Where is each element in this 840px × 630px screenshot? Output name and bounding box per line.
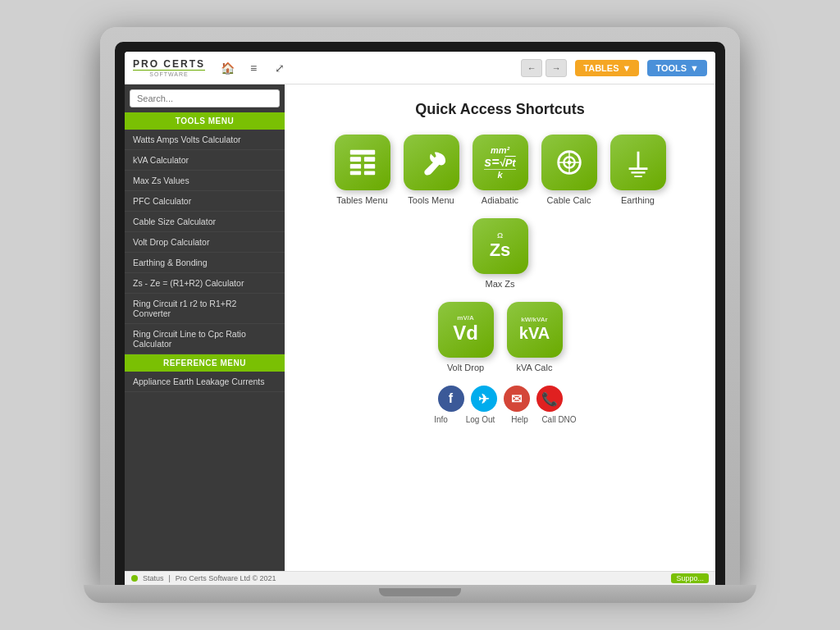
call-dno-label: Call DNO [540,415,579,424]
search-container [125,84,285,112]
status-bar: Status | Pro Certs Software Ltd © 2021 S… [125,571,715,585]
nav-forward-button[interactable]: → [546,59,567,77]
menu-icon[interactable]: ≡ [244,59,262,77]
svg-rect-6 [363,171,374,175]
help-button[interactable]: ✉ [504,386,530,412]
sidebar-item-cable-size[interactable]: Cable Size Calculator [125,212,285,232]
kva-calc-icon: kW/kVAr kVA [507,302,563,358]
sidebar-item-pfc[interactable]: PFC Calculator [125,191,285,212]
earthing-label: Earthing [621,195,655,205]
sidebar-item-watts-amps[interactable]: Watts Amps Volts Calculator [125,130,285,150]
adiabatic-formula: mm² s=√Pt k [484,145,515,180]
sidebar-item-ring-line[interactable]: Ring Circuit Line to Cpc Ratio Calculato… [125,324,285,354]
shortcut-tools-menu[interactable]: Tools Menu [404,135,459,205]
main-content: Quick Access Shortcuts [285,84,715,571]
svg-rect-4 [363,164,374,169]
max-zs-label: Max Zs [485,279,514,289]
logo-line [133,70,205,71]
help-label: Help [500,415,540,424]
app-body: TOOLS MENU Watts Amps Volts Calculator k… [125,84,715,571]
tools-menu-header: TOOLS MENU [125,112,285,130]
table-svg-icon [347,147,378,178]
cable-calc-icon [541,135,597,190]
volt-drop-text: mV/A Vd [453,315,478,344]
volt-drop-icon: mV/A Vd [438,302,494,358]
info-label: Info [422,415,461,424]
shortcut-kva-calc[interactable]: kW/kVAr kVA kVA Calc [507,302,563,372]
logout-label: Log Out [461,415,500,424]
kva-calc-label: kVA Calc [517,363,553,372]
shortcut-earthing[interactable]: Earthing [610,135,666,205]
tables-button[interactable]: TABLES ▼ [575,60,639,76]
earthing-icon [610,135,666,190]
shortcut-adiabatic[interactable]: mm² s=√Pt k Adiabatic [472,135,528,205]
tools-chevron-icon: ▼ [690,63,699,73]
sidebar-item-zs-ze[interactable]: Zs - Ze = (R1+R2) Calculator [125,273,285,294]
wrench-svg-icon [416,147,447,178]
tools-menu-icon [404,135,459,190]
cable-calc-label: Cable Calc [547,195,591,205]
nav-arrows: ← → [521,59,567,77]
svg-rect-5 [349,171,360,175]
logout-button[interactable]: ✈ [471,386,497,412]
support-button[interactable]: Suppo... [671,573,709,583]
status-company: Pro Certs Software Ltd © 2021 [176,574,276,582]
tools-menu-label: Tools Menu [408,195,454,205]
shortcuts-row-1: Tables Menu Tools Menu [301,135,699,289]
sidebar-item-kva[interactable]: kVA Calculator [125,150,285,171]
social-buttons-row: f ✈ ✉ 📞 [301,386,699,412]
logo-bottom-text: SOFTWARE [133,71,205,77]
tables-menu-label: Tables Menu [336,195,387,205]
expand-icon[interactable]: ⤢ [271,59,289,77]
home-icon[interactable]: 🏠 [218,59,236,77]
svg-rect-0 [349,150,374,155]
shortcut-tables-menu[interactable]: Tables Menu [335,135,390,205]
shortcuts-row-2: mV/A Vd Volt Drop kW/kVAr [301,302,699,372]
social-labels: Info Log Out Help Call DNO [301,415,699,424]
max-zs-text: Ω Zs [490,232,511,260]
svg-rect-1 [349,157,360,162]
tools-button[interactable]: TOOLS ▼ [647,60,707,76]
adiabatic-label: Adiabatic [482,195,518,205]
reference-menu-header: REFERENCE MENU [125,354,285,372]
sidebar-item-volt-drop[interactable]: Volt Drop Calculator [125,232,285,253]
logo: PRO CERTS SOFTWARE [133,59,205,77]
volt-drop-label: Volt Drop [447,363,484,372]
search-input[interactable] [130,89,280,107]
svg-rect-2 [363,157,374,162]
earthing-svg-icon [623,147,654,178]
shortcut-cable-calc[interactable]: Cable Calc [541,135,597,205]
shortcut-max-zs[interactable]: Ω Zs Max Zs [472,218,528,289]
sidebar: TOOLS MENU Watts Amps Volts Calculator k… [125,84,285,571]
cable-svg-icon [554,147,585,178]
max-zs-icon: Ω Zs [472,218,528,274]
sidebar-item-appliance[interactable]: Appliance Earth Leakage Currents [125,372,285,392]
sidebar-item-ring-r1r2[interactable]: Ring Circuit r1 r2 to R1+R2 Converter [125,294,285,324]
svg-rect-3 [349,164,360,169]
sidebar-item-earthing[interactable]: Earthing & Bonding [125,253,285,273]
status-separator: | [169,574,171,582]
shortcut-volt-drop[interactable]: mV/A Vd Volt Drop [438,302,494,372]
status-dot [131,575,138,582]
app-header: PRO CERTS SOFTWARE 🏠 ≡ ⤢ ← → [125,52,715,84]
shortcuts-title: Quick Access Shortcuts [301,101,699,118]
tables-chevron-icon: ▼ [623,63,632,73]
info-button[interactable]: f [438,386,464,412]
kva-text: kW/kVAr kVA [519,317,550,344]
sidebar-item-max-zs[interactable]: Max Zs Values [125,171,285,191]
adiabatic-icon: mm² s=√Pt k [472,135,528,190]
call-dno-button[interactable]: 📞 [536,386,563,412]
status-text: Status [143,574,164,582]
logo-top-text: PRO CERTS [133,59,205,69]
tables-menu-icon [335,135,390,190]
laptop-base [84,585,756,603]
nav-back-button[interactable]: ← [521,59,542,77]
